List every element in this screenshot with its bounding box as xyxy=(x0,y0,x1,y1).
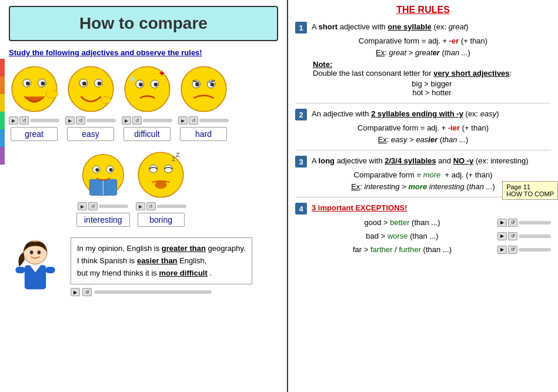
stop-btn-exc1[interactable]: ↺ xyxy=(508,219,517,227)
stop-btn-difficult[interactable]: ↺ xyxy=(132,116,142,125)
svg-point-11 xyxy=(97,82,101,86)
opinion-link-2: easier than xyxy=(137,256,178,265)
rule-number-1: 1 xyxy=(295,22,307,33)
emoji-row-bottom: ▶ ↺ interesting z z xyxy=(76,150,278,227)
emoji-face-great xyxy=(9,64,59,114)
page-title: How to compare xyxy=(9,6,278,41)
slider-opinion[interactable] xyxy=(94,290,212,294)
emoji-great: ▶ ↺ great xyxy=(9,64,59,141)
rule-2-text: An adjective with 2 syllables ending wit… xyxy=(312,108,499,120)
svg-point-3 xyxy=(26,82,30,86)
emoji-difficult: ✦ ▶ ↺ difficult xyxy=(122,64,172,141)
slider-exc1[interactable] xyxy=(519,221,551,225)
opinion-text-box: In my opinion, English is greater than g… xyxy=(71,237,252,284)
media-controls-interesting[interactable]: ▶ ↺ xyxy=(78,202,128,210)
rule-number-2: 2 xyxy=(295,109,307,120)
exc-controls-1[interactable]: ▶ ↺ xyxy=(497,219,551,227)
svg-point-20 xyxy=(130,76,134,82)
exception-row-3: far > farther / further (than ...) ▶ ↺ xyxy=(312,245,551,254)
svg-rect-46 xyxy=(15,267,25,273)
play-btn-difficult[interactable]: ▶ xyxy=(122,116,131,125)
stop-btn-exc3[interactable]: ↺ xyxy=(508,246,517,254)
slider-interesting[interactable] xyxy=(99,205,128,208)
rules-panel: THE RULES 1 A short adjective with one s… xyxy=(288,0,558,392)
stop-btn-opinion[interactable]: ↺ xyxy=(82,288,92,296)
rule-1-note: Note: Double the last consonant letter f… xyxy=(313,60,551,97)
opinion-text-4: English, xyxy=(179,256,206,265)
rule-2-comp-form: Comparative form = adj. + -ier (+ than) xyxy=(295,123,551,132)
stop-btn-easy[interactable]: ↺ xyxy=(76,116,85,125)
word-difficult: difficult xyxy=(123,127,171,141)
svg-point-35 xyxy=(109,168,112,172)
play-btn-great[interactable]: ▶ xyxy=(9,116,18,125)
opinion-link-3: more difficult xyxy=(159,269,207,277)
rule-number-4: 4 xyxy=(295,203,307,215)
stop-btn-great[interactable]: ↺ xyxy=(19,116,29,125)
media-controls-boring[interactable]: ▶ ↺ xyxy=(136,202,186,210)
slider-exc2[interactable] xyxy=(519,234,551,238)
play-btn-exc1[interactable]: ▶ xyxy=(497,219,507,227)
stop-btn-boring[interactable]: ↺ xyxy=(146,202,156,210)
svg-point-43 xyxy=(30,250,33,254)
svg-point-22 xyxy=(181,66,226,112)
play-btn-hard[interactable]: ▶ xyxy=(178,116,188,125)
rule-4-text: 3 important EXCEPTIONS! xyxy=(312,202,407,214)
svg-point-38 xyxy=(165,165,173,173)
exception-good: good > better (than ...) xyxy=(312,218,493,227)
media-controls-easy[interactable]: ▶ ↺ xyxy=(65,116,116,125)
play-btn-exc3[interactable]: ▶ xyxy=(497,246,507,254)
rule-2: 2 An adjective with 2 syllables ending w… xyxy=(295,108,551,144)
exc-controls-2[interactable]: ▶ ↺ xyxy=(497,232,551,240)
slider-exc3[interactable] xyxy=(519,248,551,252)
svg-point-26 xyxy=(210,82,214,86)
rule-2-example: Ex: easy > easier (than ...) xyxy=(295,135,551,144)
stop-btn-interesting[interactable]: ↺ xyxy=(88,202,98,210)
slider-great[interactable] xyxy=(30,119,59,122)
title-text: How to compare xyxy=(16,14,271,33)
media-controls-great[interactable]: ▶ ↺ xyxy=(9,116,59,125)
slider-easy[interactable] xyxy=(86,119,116,122)
svg-text:✦: ✦ xyxy=(158,68,166,78)
exception-row-2: bad > worse (than ...) ▶ ↺ xyxy=(312,232,551,240)
media-controls-hard[interactable]: ▶ ↺ xyxy=(178,116,229,125)
play-btn-interesting[interactable]: ▶ xyxy=(78,202,87,210)
exc-controls-3[interactable]: ▶ ↺ xyxy=(497,246,551,254)
emoji-row-top: ▶ ↺ great xyxy=(9,64,278,141)
svg-point-36 xyxy=(138,152,183,197)
opinion-media-controls[interactable]: ▶ ↺ xyxy=(71,288,252,296)
tooltip-line1: Page 11 xyxy=(506,183,554,190)
word-boring: boring xyxy=(138,213,185,227)
tooltip-line2: HOW TO COMP xyxy=(506,190,554,197)
svg-point-44 xyxy=(38,250,41,254)
rule-1-text: A short adjective with one syllable (ex:… xyxy=(312,21,469,33)
emoji-face-difficult: ✦ xyxy=(122,64,172,114)
svg-point-34 xyxy=(95,168,99,172)
svg-point-10 xyxy=(82,82,86,86)
svg-point-19 xyxy=(153,82,158,86)
word-interesting: interesting xyxy=(76,213,130,227)
slider-difficult[interactable] xyxy=(143,119,172,122)
stop-btn-hard[interactable]: ↺ xyxy=(189,116,198,125)
svg-point-0 xyxy=(12,66,57,112)
emoji-face-easy xyxy=(66,64,116,114)
svg-point-37 xyxy=(149,165,158,173)
slider-boring[interactable] xyxy=(157,205,186,208)
emoji-boring: z z ▶ ↺ boring xyxy=(136,150,186,227)
slider-hard[interactable] xyxy=(199,119,229,122)
emoji-hard: ▶ ↺ hard xyxy=(178,64,229,141)
exceptions-title: 3 important EXCEPTIONS! xyxy=(312,203,407,212)
rule-3-comp-form: Comparative form = more + adj. (+ than) xyxy=(295,170,551,179)
emoji-face-boring: z z xyxy=(136,150,186,200)
play-btn-opinion[interactable]: ▶ xyxy=(71,288,80,296)
rule-1-comp-form: Comparative form = adj. + -er (+ than) xyxy=(295,36,551,45)
play-btn-boring[interactable]: ▶ xyxy=(136,202,145,210)
media-controls-difficult[interactable]: ▶ ↺ xyxy=(122,116,172,125)
rule-1: 1 A short adjective with one syllable (e… xyxy=(295,21,551,97)
emoji-face-hard xyxy=(179,64,229,114)
stop-btn-exc2[interactable]: ↺ xyxy=(508,232,517,240)
play-btn-easy[interactable]: ▶ xyxy=(65,116,75,125)
play-btn-exc2[interactable]: ▶ xyxy=(497,232,507,240)
study-instructions[interactable]: Study the following adjectives and obser… xyxy=(9,48,278,57)
emoji-easy: ▶ ↺ easy xyxy=(65,64,116,141)
emoji-face-interesting xyxy=(78,150,128,200)
